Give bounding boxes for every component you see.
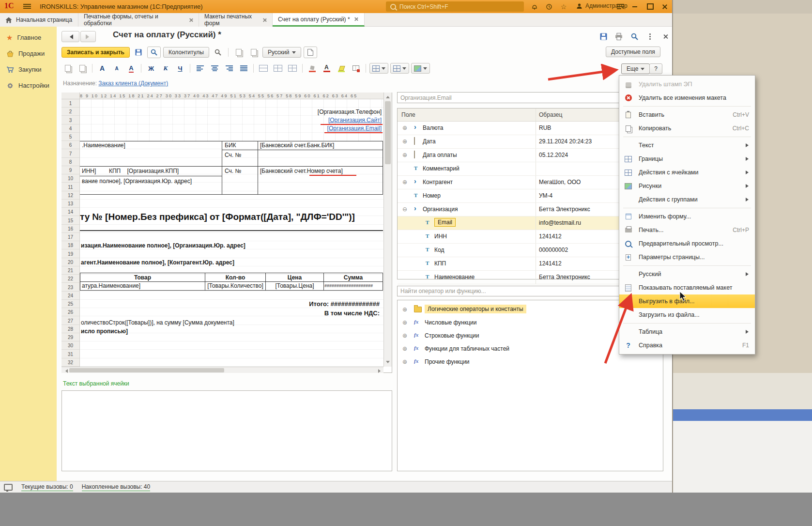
font-size-increase-icon[interactable]: А [96,63,108,74]
menu-item-copy[interactable]: Копировать Ctrl+C [619,122,755,135]
font-style-icon[interactable]: А [125,63,138,74]
tab-close-icon[interactable] [189,18,193,22]
paste-layout-icon[interactable] [247,47,260,58]
tab-close-icon[interactable] [354,17,358,21]
close-editor-icon[interactable] [660,32,670,41]
cell-org-fullname[interactable]: вание полное], [Организация.Юр. адрес] [82,178,192,185]
menu-item-preview[interactable]: Предварительный просмотр... [619,237,755,250]
service-menu-icon[interactable] [615,2,626,11]
vertical-scrollbar[interactable] [383,93,392,367]
underline-button[interactable]: Ч [174,63,186,74]
preview-icon[interactable] [629,32,639,41]
scroll-left-icon[interactable] [63,369,68,373]
cell-account-label-bottom[interactable]: Сч. № [225,168,241,174]
menu-item-borders[interactable]: Границы [619,152,755,166]
collapse-icon[interactable]: ⊖ [402,206,407,213]
expand-icon[interactable]: ⊕ [402,179,407,186]
italic-button[interactable]: К [159,63,172,74]
expand-icon[interactable]: ⊕ [402,319,407,326]
cell-row-qty[interactable]: [Товары.Количество] [205,282,265,289]
minimize-button[interactable] [628,0,642,13]
cell-org-site[interactable]: [Организация.Сайт] [328,117,382,124]
menu-item-paste[interactable]: Вставить Ctrl+V [619,108,755,122]
align-center-button[interactable] [208,63,221,74]
tab-close-icon[interactable] [262,18,267,22]
menu-item-delete-changes[interactable]: Удалить все изменения макета [619,91,755,105]
notifications-bell-icon[interactable] [529,2,540,11]
table-dropdown[interactable] [390,63,409,74]
menu-item-text[interactable]: Текст [619,139,755,152]
cell-format-icon[interactable] [286,63,299,74]
cell-account-label-top[interactable]: Сч. № [225,152,241,158]
menu-item-print[interactable]: Печать... Ctrl+P [619,223,755,237]
cell-org-email[interactable]: [Организация.Email] [327,125,382,132]
help-button[interactable]: ? [649,63,662,74]
more-button[interactable]: Еще [621,63,650,74]
tab-layouts[interactable]: Макеты печатных форм [199,13,273,27]
align-left-button[interactable] [194,63,206,74]
headers-footers-button[interactable]: Колонтитулы [163,47,209,58]
cell-bank-name[interactable]: .Наименование] [82,142,125,149]
bold-button[interactable]: Ж [145,63,157,74]
history-icon[interactable] [544,2,554,11]
expand-icon[interactable]: ⊕ [402,138,407,145]
scroll-thumb[interactable] [69,368,224,372]
available-fields-button[interactable]: Доступные поля [606,46,660,57]
expand-icon[interactable]: ⊕ [402,345,407,352]
table-style-button[interactable] [350,63,362,74]
sidebar-item-main[interactable]: ★ Главное [0,30,57,46]
cell-customer[interactable]: агент.Наименование полное], [Контрагент.… [81,259,234,266]
cell-vat[interactable]: В том числе НДС: [324,309,380,317]
borders-dropdown[interactable] [369,63,388,74]
paste-icon[interactable] [76,63,89,74]
cell-bik-value[interactable]: [Банковский счет.Банк.БИК] [260,142,334,149]
cell-row-price[interactable]: [Товары.Цена] [266,282,323,289]
font-size-decrease-icon[interactable]: А [110,63,123,74]
scroll-up-icon[interactable] [386,94,390,98]
copy-layout-icon[interactable] [232,47,245,58]
preview-toolbar-icon[interactable] [147,46,161,58]
tab-home[interactable]: Начальная страница [0,13,78,27]
cell-org-phone[interactable]: [Организация.Телефон] [318,108,382,115]
purpose-link[interactable]: Заказ клиента (Документ) [98,80,168,87]
align-justify-button[interactable] [237,63,250,74]
cell-amount-words[interactable]: исло прописью] [81,328,128,335]
tab-invoice-active[interactable]: Счет на оплату (Русский) * [273,13,365,27]
menu-item-cell-actions[interactable]: Действия с ячейками [619,166,755,179]
tab-print-forms[interactable]: Печатные формы, отчеты и обработки [78,13,199,27]
expand-icon[interactable]: ⊕ [402,124,407,131]
print-icon[interactable] [614,32,624,41]
main-menu-icon[interactable] [23,4,31,9]
col-header-sum[interactable]: Сумма [324,274,383,281]
sidebar-item-purchases[interactable]: Закупки [0,62,57,77]
favorites-star-icon[interactable]: ☆ [558,2,569,11]
merge-cells-icon[interactable] [257,63,270,74]
col-header-price[interactable]: Цена [266,274,323,281]
cell-total[interactable]: Итого: ############## [309,300,380,308]
align-right-button[interactable] [223,63,235,74]
cell-row-product[interactable]: атура.Наименование] [82,282,140,289]
scroll-thumb[interactable] [385,101,391,164]
sidebar-item-settings[interactable]: Настройки [0,77,57,93]
cell-items-count[interactable]: оличествоСтрок([Товары])], на сумму [Сум… [81,319,234,326]
scroll-down-icon[interactable] [386,361,390,365]
cell-bik-label[interactable]: БИК [225,142,236,149]
copy-icon[interactable] [61,63,74,74]
menu-item-group-actions[interactable]: Действия с группами [619,193,755,206]
save-and-close-button[interactable]: Записать и закрыть [61,47,130,58]
menu-item-language[interactable]: Русский [619,267,755,281]
cell-supplier[interactable]: изация.Наименование полное], [Организаци… [81,242,245,249]
expand-icon[interactable]: ⊕ [402,332,407,339]
sheet-row-headers[interactable]: 1 2 3 4 5 6 7 8 9 10 11 12 13 14 15 16 1… [61,99,80,367]
picture-dropdown[interactable] [411,63,430,74]
split-cells-icon[interactable] [272,63,284,74]
menu-item-pictures[interactable]: Рисунки [619,179,755,193]
save-toolbar-icon[interactable] [132,47,145,58]
items-table[interactable]: Товар Кол-во Цена Сумма атура.Наименован… [80,273,383,291]
expand-icon[interactable]: ⊕ [402,306,407,313]
expand-icon[interactable]: ⊕ [402,152,407,158]
current-calls-indicator[interactable]: Текущие вызовы: 0 [21,483,73,491]
more-dots-icon[interactable] [645,32,655,41]
language-selector[interactable]: Русский [262,47,301,58]
col-header-product[interactable]: Товар [80,274,205,281]
